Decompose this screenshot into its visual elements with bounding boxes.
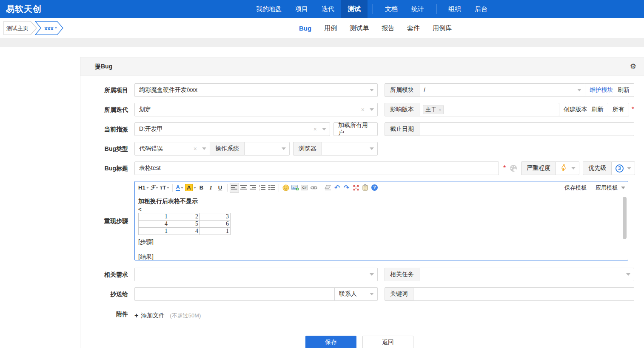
keywords-input[interactable]	[413, 287, 634, 301]
nav-item-my-zone[interactable]: 我的地盘	[249, 0, 288, 18]
redo-button[interactable]: ↷	[342, 183, 351, 193]
clear-icon[interactable]: ×	[313, 126, 317, 133]
align-right-button[interactable]	[248, 183, 258, 193]
nav-item-project[interactable]: 项目	[288, 0, 315, 18]
chevron-down-icon	[627, 167, 631, 170]
color-palette-icon[interactable]	[509, 164, 518, 173]
italic-button[interactable]: I	[206, 183, 216, 193]
remove-format-button[interactable]	[323, 183, 333, 193]
load-all-users-button[interactable]: 加载所有用户	[333, 122, 378, 136]
project-select[interactable]: 绚彩魔盒硬件开发/xxx	[134, 83, 378, 97]
browser-select[interactable]	[322, 142, 378, 156]
deadline-input[interactable]	[419, 122, 634, 136]
all-versions-button[interactable]: 所有	[608, 103, 629, 116]
create-version-link[interactable]: 创建版本	[564, 106, 587, 113]
steps-marker: [步骤]	[138, 238, 619, 246]
cc-label: 抄送给	[85, 287, 134, 301]
chevron-down-icon	[621, 187, 625, 189]
nav-item-admin[interactable]: 后台	[468, 0, 494, 18]
highlight-color-button[interactable]: A	[184, 183, 197, 193]
tab-bug[interactable]: Bug	[299, 25, 311, 32]
row-steps-editor: 重现步骤 H1 ℱ тT A A B I U	[85, 181, 634, 260]
ordered-list-button[interactable]: 12	[258, 183, 267, 193]
nav-item-document[interactable]: 文档	[378, 0, 405, 18]
toolbar-divider	[172, 184, 173, 192]
module-select[interactable]: /	[419, 83, 585, 97]
align-center-button[interactable]	[239, 183, 248, 193]
bug-title-input[interactable]	[134, 161, 499, 175]
bug-type-label: Bug类型	[85, 142, 134, 156]
related-task-select[interactable]	[419, 268, 634, 281]
tab-testtask[interactable]: 测试单	[350, 24, 369, 32]
fullscreen-button[interactable]	[351, 183, 361, 193]
severity-select[interactable]: 3	[556, 161, 579, 175]
refresh-module-link[interactable]: 刷新	[618, 86, 630, 94]
tab-caselib[interactable]: 用例库	[433, 24, 452, 32]
nav-item-test[interactable]: 测试	[341, 0, 368, 18]
heading-button[interactable]: H1	[137, 183, 150, 193]
os-select[interactable]	[244, 142, 290, 156]
module-actions: 维护模块 刷新	[585, 83, 634, 97]
svg-text:测试主页: 测试主页	[6, 25, 28, 31]
test-tabs: Bug 用例 测试单 报告 套件 用例库	[299, 18, 452, 38]
bug-type-select[interactable]: 代码错误 ×	[134, 142, 210, 156]
affected-version-input[interactable]: 主干 ×	[419, 103, 559, 116]
add-file-button[interactable]: + 添加文件	[134, 312, 165, 320]
underline-button[interactable]: U	[216, 183, 225, 193]
page-band	[0, 38, 644, 47]
align-left-button[interactable]	[230, 183, 239, 193]
apply-template-button[interactable]: 应用模板	[596, 184, 625, 192]
text-color-button[interactable]: A	[175, 183, 184, 193]
chevron-down-icon	[370, 89, 374, 91]
nav-item-organization[interactable]: 组织	[442, 0, 468, 18]
toolbar-divider	[321, 184, 321, 192]
bold-button[interactable]: B	[197, 183, 206, 193]
editor-content[interactable]: 加粗换行后表格不显示 < 1 2 3	[135, 194, 628, 260]
paste-button[interactable]	[361, 183, 370, 193]
chevron-down-icon	[202, 147, 206, 150]
gear-icon[interactable]: ⚙	[630, 63, 636, 70]
insert-code-button[interactable]: C#	[300, 183, 309, 193]
save-button[interactable]: 保存	[305, 336, 356, 348]
assignee-select[interactable]: D:开发甲 ×	[134, 122, 330, 136]
tab-case[interactable]: 用例	[324, 24, 337, 32]
chevron-down-icon	[322, 128, 326, 130]
nav-item-statistics[interactable]: 统计	[405, 0, 431, 18]
related-story-select[interactable]	[134, 268, 378, 281]
help-button[interactable]: ?	[370, 183, 379, 193]
deadline-label: 截止日期	[385, 122, 419, 136]
undo-button[interactable]: ↶	[333, 183, 342, 193]
save-template-button[interactable]: 保存模板	[564, 184, 587, 192]
priority-select[interactable]: 3	[611, 161, 635, 175]
tab-report[interactable]: 报告	[382, 24, 394, 32]
nav-item-iteration[interactable]: 迭代	[315, 0, 341, 18]
brand-logo[interactable]: 易软天创	[0, 0, 48, 18]
clear-icon[interactable]: ×	[194, 145, 197, 152]
font-size-button[interactable]: тT	[159, 183, 170, 193]
insert-image-button[interactable]	[291, 183, 300, 193]
toolbar-divider	[227, 184, 228, 192]
maintain-module-link[interactable]: 维护模块	[590, 86, 613, 94]
contact-select[interactable]: 联系人	[334, 287, 378, 301]
remove-tag-icon[interactable]: ×	[439, 107, 441, 112]
chevron-down-icon	[181, 187, 183, 189]
unordered-list-button[interactable]	[267, 183, 276, 193]
chevron-down-icon	[146, 187, 149, 189]
insert-link-button[interactable]	[309, 183, 319, 193]
bug-title-label: Bug标题	[85, 161, 134, 175]
tab-suite[interactable]: 套件	[407, 24, 420, 32]
back-button[interactable]: 返回	[362, 336, 413, 348]
emoticon-button[interactable]	[281, 183, 291, 193]
plus-icon: +	[134, 312, 138, 319]
breadcrumb-home[interactable]: 测试主页	[3, 21, 38, 35]
editor-scrollbar[interactable]	[623, 197, 627, 239]
cc-input[interactable]	[134, 287, 335, 301]
breadcrumb-current-project[interactable]: xxx	[35, 21, 65, 35]
font-family-button[interactable]: ℱ	[150, 183, 159, 193]
iteration-select[interactable]: 划定 ×	[134, 103, 378, 116]
refresh-version-link[interactable]: 刷新	[592, 106, 604, 113]
chevron-down-icon	[577, 89, 581, 91]
sub-nav: 测试主页 xxx Bug 用例 测试单 报告 套件 用例库	[0, 18, 644, 38]
priority-label: 优先级	[583, 161, 612, 175]
clear-icon[interactable]: ×	[361, 106, 365, 113]
